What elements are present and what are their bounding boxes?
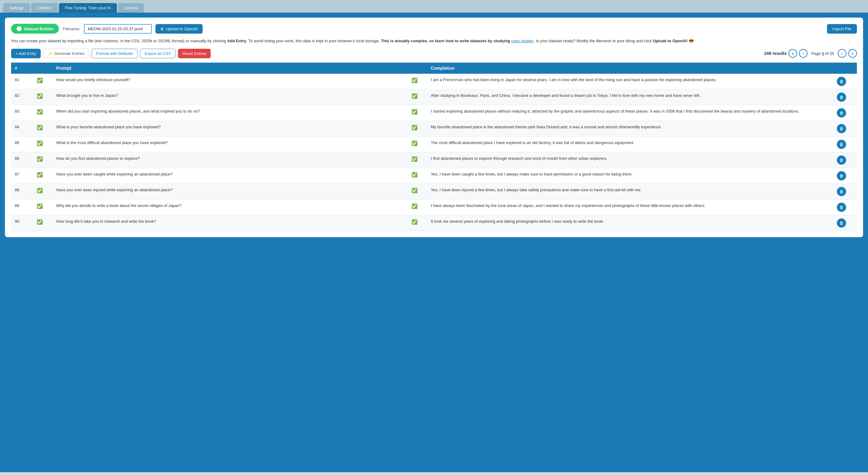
- row-check-completion: ✅: [408, 89, 427, 105]
- row-num: 85: [11, 136, 33, 152]
- delete-button[interactable]: 🗑: [837, 203, 846, 212]
- desc-text-3: . Is your dataset ready? Modify the file…: [534, 38, 694, 43]
- table-row: 83 ✅ When did you start exploring abando…: [11, 105, 857, 121]
- row-num: 81: [11, 74, 33, 90]
- add-entry-button[interactable]: + Add Entry: [11, 49, 41, 58]
- filename-input[interactable]: [84, 24, 152, 34]
- pagination: 248 results « ‹ Page 9 of 25 › »: [764, 49, 857, 58]
- row-check-prompt: ✅: [33, 105, 53, 121]
- next-page-button[interactable]: ›: [838, 49, 846, 58]
- top-row: Dataset Builder Filename: ⊕ Upload to Op…: [11, 24, 857, 34]
- last-page-button[interactable]: »: [848, 49, 857, 58]
- generate-entries-button[interactable]: ✨ Generate Entries: [43, 49, 89, 58]
- check-icon-prompt: ✅: [37, 125, 43, 130]
- row-prompt: What brought you to live in Japan?: [53, 89, 408, 105]
- row-check-prompt: ✅: [33, 199, 53, 215]
- row-completion: Yes, I have been injured a few times, bu…: [427, 184, 833, 199]
- check-icon-completion: ✅: [411, 219, 417, 225]
- toggle-icon: [17, 26, 22, 31]
- results-count: 248 results: [764, 51, 786, 56]
- data-table: # Prompt Completion 81 ✅ How would you b…: [11, 63, 857, 231]
- delete-button[interactable]: 🗑: [837, 93, 846, 102]
- col-num: #: [11, 63, 33, 74]
- row-prompt: Why did you decide to write a book about…: [53, 199, 408, 215]
- check-icon-completion: ✅: [411, 141, 417, 146]
- row-check-prompt: ✅: [33, 136, 53, 152]
- actions-row: + Add Entry ✨ Generate Entries Format wi…: [11, 49, 857, 58]
- delete-button[interactable]: 🗑: [837, 171, 846, 181]
- check-icon-prompt: ✅: [37, 203, 43, 209]
- check-icon-prompt: ✅: [37, 109, 43, 115]
- desc-text-1: You can create your dataset by importing…: [11, 38, 227, 43]
- check-icon-completion: ✅: [411, 109, 417, 115]
- delete-button[interactable]: 🗑: [837, 218, 846, 228]
- check-icon-prompt: ✅: [37, 93, 43, 99]
- row-check-prompt: ✅: [33, 184, 53, 199]
- prev-page-button[interactable]: ‹: [799, 49, 808, 58]
- wand-icon: ✨: [48, 51, 53, 56]
- row-action: 🗑: [833, 105, 857, 121]
- filename-label: Filename:: [63, 27, 80, 31]
- row-check-completion: ✅: [408, 199, 427, 215]
- main-container: Dataset Builder Filename: ⊕ Upload to Op…: [0, 13, 868, 472]
- row-prompt: Have you ever been caught while explorin…: [53, 168, 408, 184]
- dataset-builder-button[interactable]: Dataset Builder: [11, 24, 59, 34]
- content-card: Dataset Builder Filename: ⊕ Upload to Op…: [5, 18, 863, 237]
- delete-button[interactable]: 🗑: [837, 108, 846, 118]
- check-icon-completion: ✅: [411, 156, 417, 162]
- col-prompt: Prompt: [53, 63, 408, 74]
- row-action: 🗑: [833, 121, 857, 136]
- desc-text-2: . To avoid losing your work, this data i…: [246, 38, 511, 43]
- delete-button[interactable]: 🗑: [837, 77, 846, 86]
- first-page-button[interactable]: «: [788, 49, 797, 58]
- case-studies-link[interactable]: case studies: [511, 38, 533, 43]
- row-check-completion: ✅: [408, 121, 427, 136]
- tab-chatbot[interactable]: Chatbot: [31, 3, 58, 13]
- row-completion: After studying in Bordeaux, Paris, and C…: [427, 89, 833, 105]
- table-row: 88 ✅ Have you ever been injured while ex…: [11, 184, 857, 199]
- check-icon-completion: ✅: [411, 188, 417, 193]
- add-entry-bold: Add Entry: [227, 38, 246, 43]
- delete-button[interactable]: 🗑: [837, 140, 846, 149]
- table-row: 82 ✅ What brought you to live in Japan? …: [11, 89, 857, 105]
- format-defaults-button[interactable]: Format with Defaults: [92, 49, 137, 58]
- row-action: 🗑: [833, 184, 857, 199]
- tab-license[interactable]: License: [118, 3, 144, 13]
- export-csv-button[interactable]: Export as CSV: [140, 49, 176, 58]
- row-prompt: What is your favorite abandoned place yo…: [53, 121, 408, 136]
- row-action: 🗑: [833, 136, 857, 152]
- col-check-completion: [408, 63, 427, 74]
- import-button[interactable]: Import File: [827, 24, 857, 34]
- row-prompt: When did you start exploring abandoned p…: [53, 105, 408, 121]
- row-num: 82: [11, 89, 33, 105]
- row-check-completion: ✅: [408, 105, 427, 121]
- row-action: 🗑: [833, 168, 857, 184]
- table-row: 85 ✅ What is the most difficult abandone…: [11, 136, 857, 152]
- table-row: 86 ✅ How do you find abandoned places to…: [11, 152, 857, 168]
- row-completion: I am a Frenchman who has been living in …: [427, 74, 833, 90]
- row-completion: I have always been fascinated by the rur…: [427, 199, 833, 215]
- row-action: 🗑: [833, 89, 857, 105]
- page-info: Page 9 of 25: [811, 51, 834, 56]
- table-row: 87 ✅ Have you ever been caught while exp…: [11, 168, 857, 184]
- delete-button[interactable]: 🗑: [837, 187, 846, 196]
- reset-entries-button[interactable]: Reset Entries: [178, 49, 211, 58]
- upload-icon: ⊕: [160, 27, 164, 31]
- delete-button[interactable]: 🗑: [837, 124, 846, 133]
- row-action: 🗑: [833, 199, 857, 215]
- row-check-prompt: ✅: [33, 74, 53, 90]
- tab-finetuning[interactable]: Fine Tuning: Train your AI: [59, 3, 117, 13]
- row-num: 88: [11, 184, 33, 199]
- row-prompt: How would you briefly introduce yourself…: [53, 74, 408, 90]
- row-check-prompt: ✅: [33, 121, 53, 136]
- row-check-completion: ✅: [408, 168, 427, 184]
- check-icon-prompt: ✅: [37, 141, 43, 146]
- tab-settings[interactable]: Settings: [3, 3, 30, 13]
- row-num: 84: [11, 121, 33, 136]
- row-prompt: Have you ever been injured while explori…: [53, 184, 408, 199]
- row-num: 86: [11, 152, 33, 168]
- check-icon-completion: ✅: [411, 78, 417, 83]
- delete-button[interactable]: 🗑: [837, 155, 846, 165]
- upload-button[interactable]: ⊕ Upload to OpenAI: [155, 24, 203, 34]
- row-prompt: What is the most difficult abandoned pla…: [53, 136, 408, 152]
